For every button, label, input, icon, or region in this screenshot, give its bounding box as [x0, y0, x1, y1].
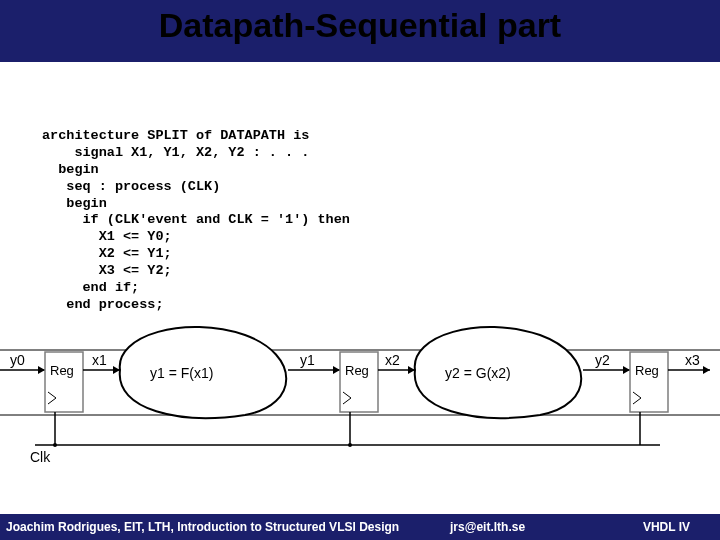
clk-label: Clk: [30, 449, 51, 465]
code-line: end process;: [42, 297, 164, 312]
svg-rect-14: [630, 352, 668, 412]
svg-marker-16: [703, 366, 710, 374]
label-x2: x2: [385, 352, 400, 368]
f-label: y1 = F(x1): [150, 365, 213, 381]
svg-rect-4: [45, 352, 83, 412]
reg2-label: Reg: [345, 363, 369, 378]
g-label: y2 = G(x2): [445, 365, 511, 381]
svg-marker-3: [38, 366, 45, 374]
footer-right: VHDL IV: [643, 520, 690, 534]
reg3-label: Reg: [635, 363, 659, 378]
vhdl-code: architecture SPLIT of DATAPATH is signal…: [42, 128, 350, 314]
svg-marker-13: [623, 366, 630, 374]
footer-middle: jrs@eit.lth.se: [450, 520, 525, 534]
code-line: begin: [42, 162, 99, 177]
label-y0: y0: [10, 352, 25, 368]
label-y2: y2: [595, 352, 610, 368]
title-bar: Datapath-Sequential part: [0, 0, 720, 62]
footer: Joachim Rodrigues, EIT, LTH, Introductio…: [0, 514, 720, 540]
footer-left: Joachim Rodrigues, EIT, LTH, Introductio…: [6, 520, 720, 534]
code-line: X3 <= Y2;: [42, 263, 172, 278]
code-line: signal X1, Y1, X2, Y2 : . . .: [42, 145, 309, 160]
code-line: X2 <= Y1;: [42, 246, 172, 261]
svg-marker-8: [333, 366, 340, 374]
svg-rect-9: [340, 352, 378, 412]
code-line: if (CLK'event and CLK = '1') then: [42, 212, 350, 227]
code-line: X1 <= Y0;: [42, 229, 172, 244]
svg-point-19: [53, 443, 57, 447]
code-line: begin: [42, 196, 107, 211]
page-title: Datapath-Sequential part: [0, 6, 720, 45]
label-x3: x3: [685, 352, 700, 368]
label-x1: x1: [92, 352, 107, 368]
svg-point-21: [348, 443, 352, 447]
reg1-label: Reg: [50, 363, 74, 378]
code-line: end if;: [42, 280, 139, 295]
code-line: architecture SPLIT of DATAPATH is: [42, 128, 309, 143]
code-line: seq : process (CLK): [42, 179, 220, 194]
datapath-diagram: y0 Reg x1 y1 = F(x1) y1 Reg x2 y2 = G(x2…: [0, 320, 720, 470]
label-y1: y1: [300, 352, 315, 368]
